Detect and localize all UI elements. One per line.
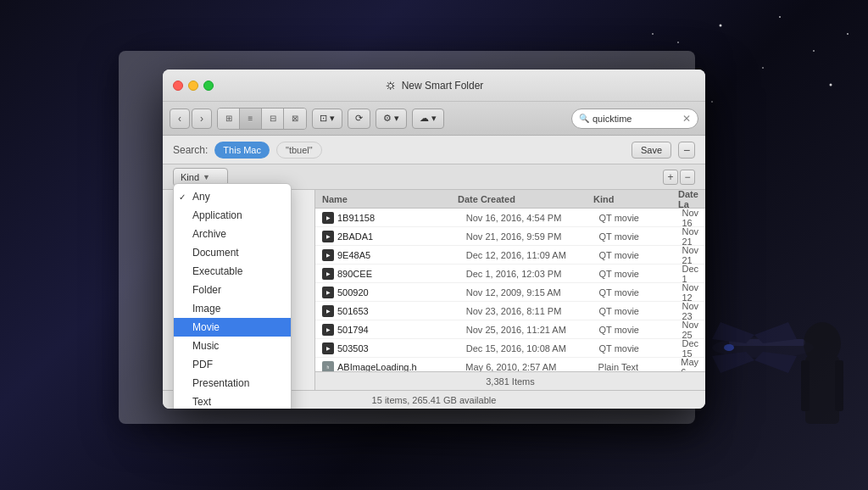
add-remove-filter-buttons: + − (663, 170, 695, 185)
maximize-button[interactable] (203, 81, 214, 91)
date-column-header[interactable]: Date Created (458, 194, 593, 204)
dropdown-item-movie[interactable]: Movie (174, 318, 291, 337)
dropdown-item-pdf[interactable]: PDF (174, 355, 291, 374)
dropdown-item-archive[interactable]: Archive (174, 225, 291, 243)
dropdown-item-music[interactable]: Music (174, 337, 291, 355)
file-list-area: Name Date Created Kind Date La ▶ 1B91158… (315, 190, 705, 390)
table-row[interactable]: ▶ 503503 Dec 15, 2016, 10:08 AM QT movie… (315, 339, 705, 358)
finder-window: ⛭ New Smart Folder ‹ › ⊞ ≡ ⊟ ⊠ ⊡ ▾ ⟳ ⚙ ▾… (163, 70, 705, 409)
kind-label: Kind (181, 172, 199, 182)
remove-button[interactable]: − (678, 142, 695, 159)
close-button[interactable] (173, 81, 183, 91)
dropdown-item-label: Text (192, 396, 211, 408)
filter-bar: Kind ▼ ✓ Any Application Archive Documen… (163, 164, 705, 190)
svg-marker-12 (754, 322, 797, 343)
forward-button[interactable]: › (192, 109, 212, 129)
file-date: Nov 21, 2016, 9:59 PM (466, 231, 599, 242)
file-kind: QT movie (599, 343, 682, 354)
file-date: May 6, 2010, 2:57 AM (465, 362, 598, 372)
svg-point-16 (724, 344, 734, 351)
file-kind: QT movie (599, 231, 682, 242)
action-button[interactable]: ⚙ ▾ (376, 109, 407, 129)
dropdown-item-label: Folder (192, 284, 221, 296)
file-datel: Dec 15 (682, 338, 698, 359)
cover-view-button[interactable]: ⊠ (284, 109, 306, 129)
view-buttons: ⊞ ≡ ⊟ ⊠ (217, 108, 307, 130)
file-date: Nov 16, 2016, 4:54 PM (466, 213, 599, 223)
search-box[interactable]: 🔍 quicktime ✕ (571, 109, 698, 129)
dropdown-item-any[interactable]: ✓ Any (174, 187, 291, 206)
svg-marker-15 (712, 352, 754, 373)
table-row[interactable]: ▶ 501653 Nov 23, 2016, 8:11 PM QT movie … (315, 302, 705, 320)
table-row[interactable]: h ABImageLoading.h May 6, 2010, 2:57 AM … (315, 358, 705, 371)
svg-point-5 (830, 84, 832, 86)
back-button[interactable]: ‹ (170, 109, 190, 129)
minimize-button[interactable] (188, 81, 198, 91)
table-row[interactable]: ▶ 2BADA1 Nov 21, 2016, 9:59 PM QT movie … (315, 227, 705, 246)
file-count-bar: 3,381 Items (315, 371, 705, 390)
qt-movie-icon: ▶ (322, 212, 334, 224)
share-button[interactable]: ⟳ (348, 109, 370, 129)
dropdown-item-label: Executable (192, 265, 242, 277)
file-list-header: Name Date Created Kind Date La (315, 190, 705, 209)
kind-column-header[interactable]: Kind (593, 194, 678, 204)
search-clear-button[interactable]: ✕ (682, 113, 691, 125)
kind-arrow-icon: ▼ (203, 173, 210, 181)
gear-icon: ⚙ (383, 113, 392, 124)
dropdown-item-executable[interactable]: Executable (174, 262, 291, 281)
file-kind: QT movie (599, 287, 682, 298)
add-filter-button[interactable]: + (663, 170, 678, 185)
dropdown-item-presentation[interactable]: Presentation (174, 374, 291, 393)
svg-point-0 (677, 42, 679, 43)
file-datel: Nov 21 (682, 245, 698, 265)
table-row[interactable]: ▶ 501794 Nov 25, 2016, 11:21 AM QT movie… (315, 320, 705, 339)
cloud-button[interactable]: ☁ ▾ (412, 109, 444, 129)
dropdown-item-image[interactable]: Image (174, 299, 291, 318)
kind-dropdown-menu: ✓ Any Application Archive Document Execu… (173, 183, 292, 409)
file-datel: May 6 (681, 357, 698, 372)
file-count: 3,381 Items (486, 376, 534, 387)
datel-column-header[interactable]: Date La (678, 190, 698, 209)
file-datel: Nov 16 (682, 209, 698, 228)
file-name: 9E48A5 (337, 250, 466, 260)
arrange-button[interactable]: ⊡ ▾ (312, 109, 342, 129)
text-file-icon: h (322, 361, 334, 372)
file-name: 501794 (337, 325, 466, 335)
dropdown-item-application[interactable]: Application (174, 206, 291, 225)
dropdown-item-label: Any (192, 191, 210, 203)
svg-point-17 (804, 322, 841, 365)
table-row[interactable]: ▶ 1B91158 Nov 16, 2016, 4:54 PM QT movie… (315, 209, 705, 227)
name-column-header[interactable]: Name (322, 194, 458, 204)
svg-rect-18 (805, 356, 839, 424)
dropdown-item-text[interactable]: Text (174, 393, 291, 409)
svg-rect-19 (801, 360, 810, 411)
this-mac-scope-button[interactable]: This Mac (214, 142, 270, 159)
table-row[interactable]: ▶ 500920 Nov 12, 2009, 9:15 AM QT movie … (315, 283, 705, 302)
svg-point-10 (712, 337, 814, 358)
window-title-area: ⛭ New Smart Folder (385, 79, 484, 92)
svg-point-2 (762, 67, 764, 69)
table-row[interactable]: ▶ 9E48A5 Dec 12, 2016, 11:09 AM QT movie… (315, 246, 705, 264)
toolbar: ‹ › ⊞ ≡ ⊟ ⊠ ⊡ ▾ ⟳ ⚙ ▾ ☁ ▾ 🔍 quicktime ✕ (163, 102, 705, 136)
qt-movie-icon: ▶ (322, 287, 334, 298)
dropdown-item-label: Movie (192, 321, 220, 333)
title-bar: ⛭ New Smart Folder (163, 70, 705, 102)
file-date: Dec 15, 2016, 10:08 AM (466, 343, 599, 354)
dropdown-item-document[interactable]: Document (174, 243, 291, 262)
list-view-button[interactable]: ≡ (240, 109, 262, 129)
qt-movie-icon: ▶ (322, 231, 334, 242)
tbuel-scope-button[interactable]: "tbuel" (276, 142, 322, 159)
arrange-arrow: ▾ (330, 113, 335, 124)
dropdown-item-label: Document (192, 247, 239, 259)
dropdown-item-folder[interactable]: Folder (174, 281, 291, 299)
svg-rect-11 (729, 339, 805, 346)
svg-rect-20 (835, 360, 843, 411)
dropdown-item-label: Application (192, 209, 242, 221)
remove-filter-button[interactable]: − (680, 170, 695, 185)
table-row[interactable]: ▶ 890CEE Dec 1, 2016, 12:03 PM QT movie … (315, 264, 705, 283)
svg-point-1 (720, 25, 722, 27)
save-button[interactable]: Save (632, 142, 671, 159)
column-view-button[interactable]: ⊟ (262, 109, 284, 129)
svg-marker-13 (754, 352, 797, 373)
icon-view-button[interactable]: ⊞ (218, 109, 240, 129)
